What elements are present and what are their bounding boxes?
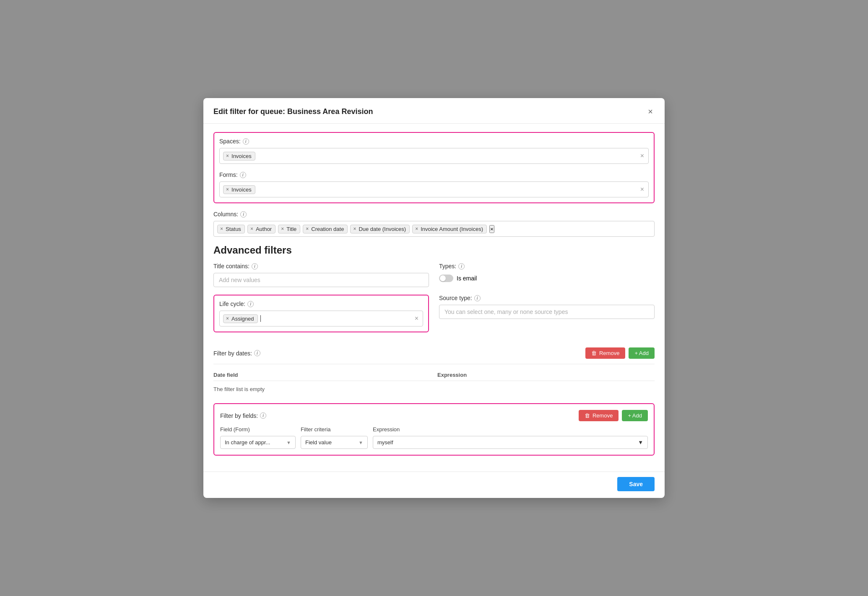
columns-section: Columns: i × Status × Author × Title [213, 211, 655, 237]
lifecycle-tag-remove[interactable]: × [226, 316, 229, 321]
lifecycle-cursor [260, 315, 261, 322]
advanced-filters-title: Advanced filters [213, 244, 655, 256]
column-tag-invoice-amount: × Invoice Amount (Invoices) [412, 225, 487, 233]
filter-fields-label: Filter by fields: i [220, 412, 266, 419]
lifecycle-input[interactable]: × Assigned × [219, 311, 423, 327]
forms-label: Forms: i [219, 171, 649, 178]
spaces-input[interactable]: × Invoices × [219, 148, 649, 164]
filter-fields-header: Filter by fields: i 🗑 Remove + Add [220, 410, 648, 421]
is-email-toggle[interactable] [439, 275, 453, 282]
spaces-label: Spaces: i [219, 138, 649, 145]
spaces-tag: × Invoices [223, 152, 255, 161]
filter-dates-label: Filter by dates: i [213, 350, 260, 357]
filter-criteria-chevron: ▼ [359, 440, 363, 445]
types-section: Types: i Is email [439, 263, 655, 287]
modal-title: Edit filter for queue: Business Area Rev… [213, 107, 373, 116]
filter-dates-buttons: 🗑 Remove + Add [585, 347, 655, 359]
forms-tag-remove[interactable]: × [226, 187, 229, 192]
save-button[interactable]: Save [617, 477, 655, 491]
forms-section: Forms: i × Invoices × [219, 171, 649, 197]
columns-input[interactable]: × Status × Author × Title × Creation dat… [213, 221, 655, 237]
modal-header: Edit filter for queue: Business Area Rev… [203, 98, 665, 124]
filter-fields-remove-button[interactable]: 🗑 Remove [579, 410, 619, 421]
source-type-section: Source type: i [439, 295, 655, 340]
field-form-select[interactable]: In charge of appr... ▼ [220, 436, 296, 449]
dates-table-header: Date field Expression [213, 369, 655, 381]
spaces-section: Spaces: i × Invoices × [219, 138, 649, 164]
source-type-info-icon: i [474, 295, 481, 301]
dates-empty-message: The filter list is empty [213, 383, 655, 396]
columns-info-icon: i [240, 211, 247, 218]
lifecycle-sourcetype-row: Life cycle: i × Assigned × [213, 295, 655, 340]
filter-dates-remove-button[interactable]: 🗑 Remove [585, 347, 625, 359]
filter-fields-buttons: 🗑 Remove + Add [579, 410, 648, 421]
modal-footer: Save [203, 472, 665, 498]
spaces-tag-remove[interactable]: × [226, 153, 229, 159]
filter-criteria-select[interactable]: Field value ▼ [301, 436, 368, 449]
expression-chevron: ▼ [638, 439, 643, 446]
column-tag-status: × Status [217, 225, 245, 233]
lifecycle-info-icon: i [247, 301, 254, 307]
forms-info-icon: i [240, 172, 246, 178]
columns-label: Columns: i [213, 211, 655, 218]
column-tag-title: × Title [278, 225, 300, 233]
field-form-chevron: ▼ [286, 440, 291, 445]
title-types-row: Title contains: i Types: i Is email [213, 263, 655, 287]
lifecycle-block: Life cycle: i × Assigned × [213, 295, 429, 332]
lifecycle-label: Life cycle: i [219, 301, 423, 307]
filter-fields-add-button[interactable]: + Add [622, 410, 648, 421]
trash-icon: 🗑 [591, 350, 597, 356]
forms-input[interactable]: × Invoices × [219, 181, 649, 197]
edit-filter-modal: Edit filter for queue: Business Area Rev… [203, 98, 665, 498]
lifecycle-clear-button[interactable]: × [415, 315, 418, 322]
lifecycle-tag-row: × Assigned [223, 314, 261, 323]
filter-dates-info-icon: i [254, 350, 260, 356]
title-contains-info-icon: i [252, 263, 258, 269]
column-tag-due-date: × Due date (Invoices) [350, 225, 410, 233]
column-tag-creation-date: × Creation date [303, 225, 348, 233]
trash-icon-2: 🗑 [585, 412, 590, 419]
types-label: Types: i [439, 263, 655, 269]
columns-clear-button[interactable]: × [489, 225, 494, 233]
filter-by-dates-section: Filter by dates: i 🗑 Remove + Add [213, 347, 655, 396]
spaces-forms-block: Spaces: i × Invoices × Forms: [213, 132, 655, 203]
dates-divider [213, 364, 655, 364]
title-contains-input[interactable] [213, 273, 429, 287]
types-info-icon: i [458, 263, 465, 269]
spaces-clear-button[interactable]: × [640, 152, 644, 160]
is-email-label: Is email [457, 275, 477, 282]
forms-tag: × Invoices [223, 185, 255, 194]
filter-dates-header: Filter by dates: i 🗑 Remove + Add [213, 347, 655, 359]
spaces-info-icon: i [243, 138, 249, 145]
column-tag-author: × Author [247, 225, 275, 233]
forms-clear-button[interactable]: × [640, 186, 644, 193]
title-contains-label: Title contains: i [213, 263, 429, 269]
close-button[interactable]: × [646, 106, 655, 117]
filter-fields-info-icon: i [260, 412, 266, 419]
source-type-input[interactable] [439, 305, 655, 319]
field-row-labels: Field (Form) Filter criteria Expression [220, 426, 648, 433]
lifecycle-tag-assigned: × Assigned [223, 314, 258, 323]
filter-dates-add-button[interactable]: + Add [629, 347, 655, 359]
expression-select[interactable]: myself ▼ [373, 436, 648, 449]
title-contains-section: Title contains: i [213, 263, 429, 287]
field-data-row: In charge of appr... ▼ Field value ▼ mys… [220, 436, 648, 449]
filter-by-fields-section: Filter by fields: i 🗑 Remove + Add [213, 403, 655, 456]
types-toggle-row: Is email [439, 273, 655, 284]
modal-body: Spaces: i × Invoices × Forms: [203, 124, 665, 472]
source-type-label: Source type: i [439, 295, 655, 301]
